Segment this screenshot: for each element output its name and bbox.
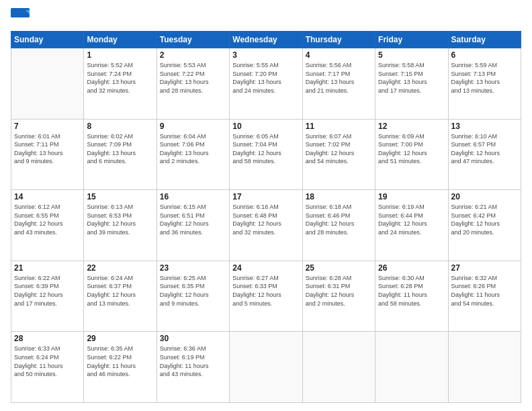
day-number: 15 (87, 192, 153, 201)
day-number: 30 (160, 334, 226, 343)
day-info: Sunrise: 6:18 AM Sunset: 6:46 PM Dayligh… (306, 203, 372, 236)
calendar-cell: 3Sunrise: 5:55 AM Sunset: 7:20 PM Daylig… (230, 48, 302, 120)
calendar-cell (230, 332, 302, 403)
day-info: Sunrise: 6:15 AM Sunset: 6:51 PM Dayligh… (160, 203, 226, 236)
day-number: 2 (160, 50, 226, 60)
calendar-cell: 25Sunrise: 6:28 AM Sunset: 6:31 PM Dayli… (302, 261, 375, 332)
day-number: 8 (87, 122, 153, 131)
calendar-cell: 2Sunrise: 5:53 AM Sunset: 7:22 PM Daylig… (157, 48, 229, 120)
day-info: Sunrise: 6:01 AM Sunset: 7:11 PM Dayligh… (14, 132, 81, 166)
day-info: Sunrise: 6:30 AM Sunset: 6:28 PM Dayligh… (378, 274, 445, 308)
calendar-cell: 15Sunrise: 6:13 AM Sunset: 6:53 PM Dayli… (84, 190, 157, 261)
calendar-cell: 8Sunrise: 6:02 AM Sunset: 7:09 PM Daylig… (84, 119, 157, 190)
day-number: 19 (378, 192, 445, 201)
calendar-cell: 5Sunrise: 5:58 AM Sunset: 7:15 PM Daylig… (375, 48, 448, 120)
calendar-cell: 14Sunrise: 6:12 AM Sunset: 6:55 PM Dayli… (11, 190, 84, 261)
day-info: Sunrise: 5:58 AM Sunset: 7:15 PM Dayligh… (378, 61, 445, 95)
week-row-5: 28Sunrise: 6:33 AM Sunset: 6:24 PM Dayli… (11, 332, 521, 403)
day-number: 18 (306, 192, 372, 201)
day-info: Sunrise: 6:19 AM Sunset: 6:44 PM Dayligh… (378, 203, 445, 236)
day-info: Sunrise: 6:25 AM Sunset: 6:35 PM Dayligh… (160, 274, 226, 308)
day-info: Sunrise: 5:59 AM Sunset: 7:13 PM Dayligh… (451, 61, 518, 95)
calendar-cell: 21Sunrise: 6:22 AM Sunset: 6:39 PM Dayli… (11, 261, 84, 332)
day-info: Sunrise: 6:07 AM Sunset: 7:02 PM Dayligh… (306, 132, 372, 166)
calendar-cell: 1Sunrise: 5:52 AM Sunset: 7:24 PM Daylig… (84, 48, 157, 120)
day-info: Sunrise: 5:53 AM Sunset: 7:22 PM Dayligh… (160, 61, 226, 95)
day-number: 5 (378, 50, 445, 60)
week-row-2: 7Sunrise: 6:01 AM Sunset: 7:11 PM Daylig… (11, 119, 521, 190)
day-number: 6 (451, 50, 518, 60)
weekday-header-saturday: Saturday (448, 32, 521, 48)
calendar-cell: 24Sunrise: 6:27 AM Sunset: 6:33 PM Dayli… (230, 261, 302, 332)
calendar-cell: 10Sunrise: 6:05 AM Sunset: 7:04 PM Dayli… (230, 119, 302, 190)
day-number: 26 (378, 263, 445, 273)
calendar-cell (302, 332, 375, 403)
calendar-cell: 17Sunrise: 6:16 AM Sunset: 6:48 PM Dayli… (230, 190, 302, 261)
day-number: 11 (306, 122, 372, 131)
weekday-header-row: SundayMondayTuesdayWednesdayThursdayFrid… (11, 32, 521, 48)
day-number: 24 (232, 263, 299, 273)
day-number: 3 (232, 50, 299, 60)
day-info: Sunrise: 5:56 AM Sunset: 7:17 PM Dayligh… (306, 61, 372, 95)
weekday-header-monday: Monday (84, 32, 157, 48)
calendar-cell: 30Sunrise: 6:36 AM Sunset: 6:19 PM Dayli… (157, 332, 229, 403)
calendar-cell: 18Sunrise: 6:18 AM Sunset: 6:46 PM Dayli… (302, 190, 375, 261)
weekday-header-sunday: Sunday (11, 32, 84, 48)
week-row-1: 1Sunrise: 5:52 AM Sunset: 7:24 PM Daylig… (11, 48, 521, 120)
day-info: Sunrise: 6:09 AM Sunset: 7:00 PM Dayligh… (378, 132, 445, 166)
day-info: Sunrise: 6:24 AM Sunset: 6:37 PM Dayligh… (87, 274, 153, 308)
day-number: 28 (14, 334, 81, 343)
day-info: Sunrise: 6:35 AM Sunset: 6:22 PM Dayligh… (87, 345, 153, 378)
weekday-header-friday: Friday (375, 32, 448, 48)
calendar-cell: 22Sunrise: 6:24 AM Sunset: 6:37 PM Dayli… (84, 261, 157, 332)
day-info: Sunrise: 6:16 AM Sunset: 6:48 PM Dayligh… (232, 203, 299, 236)
calendar-cell: 9Sunrise: 6:04 AM Sunset: 7:06 PM Daylig… (157, 119, 229, 190)
day-info: Sunrise: 6:05 AM Sunset: 7:04 PM Dayligh… (232, 132, 299, 166)
logo (11, 8, 32, 27)
calendar-table: SundayMondayTuesdayWednesdayThursdayFrid… (11, 31, 521, 403)
day-info: Sunrise: 6:36 AM Sunset: 6:19 PM Dayligh… (160, 345, 226, 378)
calendar-cell: 13Sunrise: 6:10 AM Sunset: 6:57 PM Dayli… (448, 119, 521, 190)
day-info: Sunrise: 6:21 AM Sunset: 6:42 PM Dayligh… (451, 203, 518, 236)
svg-rect-0 (11, 8, 30, 17)
calendar-cell (375, 332, 448, 403)
day-info: Sunrise: 6:27 AM Sunset: 6:33 PM Dayligh… (232, 274, 299, 308)
day-info: Sunrise: 6:12 AM Sunset: 6:55 PM Dayligh… (14, 203, 81, 236)
weekday-header-wednesday: Wednesday (230, 32, 302, 48)
day-number: 4 (306, 50, 372, 60)
day-number: 25 (306, 263, 372, 273)
day-number: 14 (14, 192, 81, 201)
svg-rect-1 (11, 17, 30, 27)
day-number: 22 (87, 263, 153, 273)
page: SundayMondayTuesdayWednesdayThursdayFrid… (0, 0, 532, 411)
day-info: Sunrise: 5:55 AM Sunset: 7:20 PM Dayligh… (232, 61, 299, 95)
calendar-cell: 23Sunrise: 6:25 AM Sunset: 6:35 PM Dayli… (157, 261, 229, 332)
calendar-cell: 16Sunrise: 6:15 AM Sunset: 6:51 PM Dayli… (157, 190, 229, 261)
day-number: 13 (451, 122, 518, 131)
day-number: 27 (451, 263, 518, 273)
day-number: 29 (87, 334, 153, 343)
calendar-cell (11, 48, 84, 120)
weekday-header-thursday: Thursday (302, 32, 375, 48)
day-number: 10 (232, 122, 299, 131)
calendar-cell: 19Sunrise: 6:19 AM Sunset: 6:44 PM Dayli… (375, 190, 448, 261)
calendar-cell: 11Sunrise: 6:07 AM Sunset: 7:02 PM Dayli… (302, 119, 375, 190)
day-number: 20 (451, 192, 518, 201)
day-info: Sunrise: 6:28 AM Sunset: 6:31 PM Dayligh… (306, 274, 372, 308)
calendar-cell: 7Sunrise: 6:01 AM Sunset: 7:11 PM Daylig… (11, 119, 84, 190)
calendar-cell: 27Sunrise: 6:32 AM Sunset: 6:26 PM Dayli… (448, 261, 521, 332)
day-info: Sunrise: 6:02 AM Sunset: 7:09 PM Dayligh… (87, 132, 153, 166)
calendar-cell (448, 332, 521, 403)
day-number: 1 (87, 50, 153, 60)
day-number: 17 (232, 192, 299, 201)
day-number: 12 (378, 122, 445, 131)
week-row-4: 21Sunrise: 6:22 AM Sunset: 6:39 PM Dayli… (11, 261, 521, 332)
calendar-cell: 4Sunrise: 5:56 AM Sunset: 7:17 PM Daylig… (302, 48, 375, 120)
day-number: 23 (160, 263, 226, 273)
day-number: 21 (14, 263, 81, 273)
calendar-cell: 12Sunrise: 6:09 AM Sunset: 7:00 PM Dayli… (375, 119, 448, 190)
week-row-3: 14Sunrise: 6:12 AM Sunset: 6:55 PM Dayli… (11, 190, 521, 261)
logo-icon (11, 8, 30, 27)
calendar-cell: 28Sunrise: 6:33 AM Sunset: 6:24 PM Dayli… (11, 332, 84, 403)
calendar-cell: 26Sunrise: 6:30 AM Sunset: 6:28 PM Dayli… (375, 261, 448, 332)
